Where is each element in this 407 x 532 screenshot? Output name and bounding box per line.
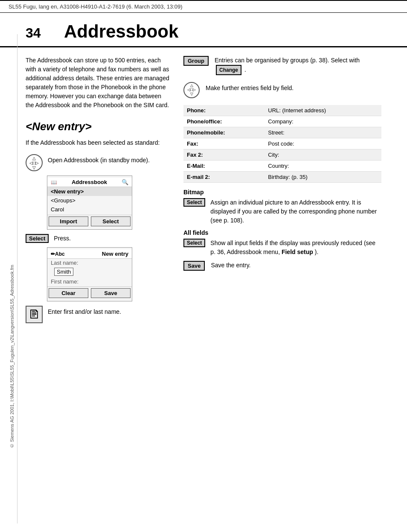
allfields-desc: Show all input fields if the display was… <box>210 239 381 257</box>
new-entry-desc: If the Addressbook has been selected as … <box>26 138 171 147</box>
phone-ui: 📖 Addressbook 🔍 <New entry> <Groups> Car… <box>47 175 132 230</box>
field-email2: E-mail 2: <box>183 172 265 183</box>
table-row: Phone/office: Company: <box>183 116 381 127</box>
field-company: Company: <box>265 116 381 127</box>
group-desc: Entries can be organised by groups (p. 3… <box>215 56 381 75</box>
field-email: E-Mail: <box>183 161 265 172</box>
phone-ui-search-icon: 🔍 <box>122 179 128 185</box>
field-phone: Phone: <box>183 105 265 116</box>
table-row: E-Mail: Country: <box>183 161 381 172</box>
form-save-btn[interactable]: Save <box>91 288 131 298</box>
main-content: The Addressbook can store up to 500 entr… <box>0 56 407 327</box>
field-fax2: Fax 2: <box>183 149 265 161</box>
nav-circle-field: △◁□▷▽ <box>183 82 200 98</box>
bitmap-desc: Assign an individual picture to an Addre… <box>210 198 381 225</box>
bitmap-label: Bitmap <box>183 189 381 196</box>
phone-ui-titlebar: 📖 Addressbook 🔍 <box>47 178 132 187</box>
field-city: City: <box>265 149 381 161</box>
form-ui-title: New entry <box>102 251 128 257</box>
form-clear-btn[interactable]: Clear <box>49 288 88 298</box>
form-last-name-box: Smith <box>54 268 73 276</box>
table-row: Phone: URL: (Internet address) <box>183 105 381 116</box>
enter-name-text: Enter first and/or last name. <box>48 307 121 316</box>
form-ui: ✏Abc New entry Last name: Smith First na… <box>47 247 132 301</box>
phone-ui-item-new-entry: <New entry> <box>47 187 132 196</box>
change-badge: Change <box>216 65 241 75</box>
table-row: Phone/mobile: Street: <box>183 127 381 138</box>
save-desc: Save the entry. <box>211 262 250 269</box>
form-first-name-label: First name: <box>47 278 132 286</box>
phone-ui-item-carol: Carol <box>47 205 132 214</box>
form-ui-icon: ✏Abc <box>51 251 65 257</box>
allfields-section: All fields Select Show all input fields … <box>183 229 381 257</box>
field-street: Street: <box>265 127 381 138</box>
table-row: Fax: Post code: <box>183 138 381 149</box>
press-text: Press. <box>54 235 71 242</box>
field-country: Country: <box>265 161 381 172</box>
form-last-name-value: Smith <box>47 267 132 278</box>
field-birthday: Birthday: (p. 35) <box>265 172 381 183</box>
select-badge: Select <box>26 234 49 243</box>
phone-ui-icon: 📖 <box>51 179 57 185</box>
page-title: Addressbook <box>64 21 178 42</box>
page-number: 34 <box>26 25 51 41</box>
form-last-name-label: Last name: <box>47 259 132 267</box>
left-column: The Addressbook can store up to 500 entr… <box>26 56 171 327</box>
form-ui-titlebar: ✏Abc New entry <box>47 249 132 259</box>
open-desc: Open Addressbook (in standby mode). <box>48 156 150 165</box>
enter-name-row: 🖹 Enter first and/or last name. <box>26 306 171 323</box>
form-ui-buttons: Clear Save <box>47 286 132 299</box>
save-badge: Save <box>183 261 205 271</box>
field-phone-office: Phone/office: <box>183 116 265 127</box>
field-url: URL: (Internet address) <box>265 105 381 116</box>
phone-ui-item-groups: <Groups> <box>47 196 132 205</box>
table-row: Fax 2: City: <box>183 149 381 161</box>
bitmap-select-badge: Select <box>183 198 205 207</box>
bitmap-section: Bitmap Select Assign an individual pictu… <box>183 189 381 225</box>
keyboard-icon: 🖹 <box>26 306 43 323</box>
field-fax: Fax: <box>183 138 265 149</box>
right-column: Group Entries can be organised by groups… <box>183 56 381 327</box>
open-addressbook-row: △◁□▷▽ Open Addressbook (in standby mode)… <box>26 154 171 171</box>
intro-text: The Addressbook can store up to 500 entr… <box>26 56 171 110</box>
allfields-label: All fields <box>183 229 381 236</box>
sidebar-copyright: © Siemens AG 2001, I:\Mobil\L55\SL55_Fug… <box>9 265 15 448</box>
group-badge: Group <box>183 56 209 66</box>
phone-ui-import-btn[interactable]: Import <box>49 216 88 226</box>
allfields-select-badge: Select <box>183 239 205 247</box>
left-border <box>17 34 17 523</box>
field-table: Phone: URL: (Internet address) Phone/off… <box>183 105 381 183</box>
phone-ui-title: Addressbook <box>72 179 107 185</box>
field-postcode: Post code: <box>265 138 381 149</box>
nav-row: △◁□▷▽ Make further entries field by fiel… <box>183 82 381 98</box>
phone-ui-buttons: Import Select <box>47 215 132 228</box>
header-bar: SL55 Fugu, lang en, A31008-H4910-A1-2-76… <box>0 0 407 13</box>
new-entry-heading: <New entry> <box>26 120 171 133</box>
group-row: Group Entries can be organised by groups… <box>183 56 381 75</box>
save-section: Save Save the entry. <box>183 261 381 271</box>
field-phone-mobile: Phone/mobile: <box>183 127 265 138</box>
page-header: 34 Addressbook <box>0 13 407 47</box>
select-press-row: Select Press. <box>26 234 171 243</box>
phone-ui-select-btn[interactable]: Select <box>91 216 131 226</box>
nav-circle-open: △◁□▷▽ <box>26 154 43 171</box>
nav-desc: Make further entries field by field. <box>206 84 294 93</box>
table-row: E-mail 2: Birthday: (p. 35) <box>183 172 381 183</box>
header-text: SL55 Fugu, lang en, A31008-H4910-A1-2-76… <box>9 3 183 10</box>
